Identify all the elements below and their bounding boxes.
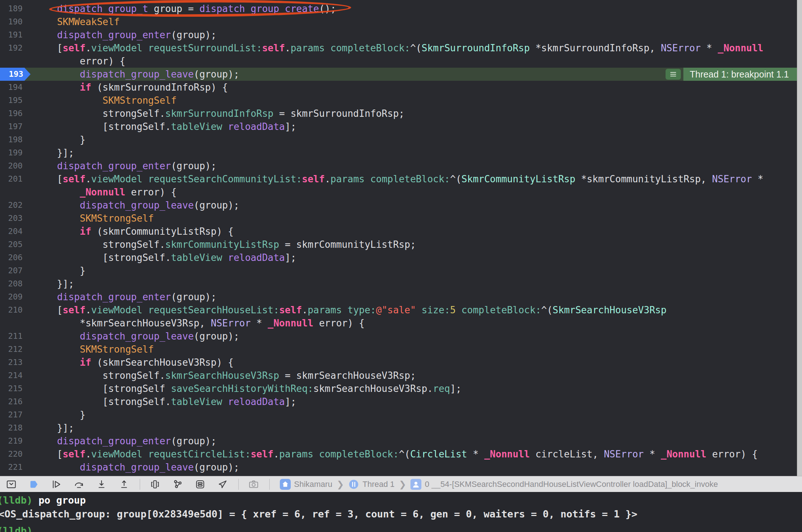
line-number-gutter[interactable] [0,55,34,68]
code-text: SKMStrongSelf [34,94,802,107]
line-number-gutter[interactable]: 208 [0,277,34,290]
breadcrumb-item-app[interactable]: Shikamaru [280,479,332,490]
environment-overrides-button[interactable] [192,477,209,491]
thread-actions-menu-button[interactable] [666,69,681,80]
hide-debug-area-icon [6,479,17,490]
line-number-gutter[interactable]: 203 [0,212,34,225]
line-number-gutter[interactable]: 219 [0,434,34,448]
line-number-gutter[interactable]: 202 [0,199,34,212]
line-number-gutter[interactable]: 191 [0,28,34,41]
line-number-gutter[interactable]: 206 [0,251,34,264]
code-line: 208 }]; [0,277,802,290]
code-text: dispatch_group_leave(group); [34,330,802,343]
code-line: 202 dispatch_group_leave(group); [0,199,802,212]
app-icon [280,479,291,490]
code-line: 215 [strongSelf saveSearchHistoryWithReq… [0,382,802,395]
code-text: [self.viewModel requestCircleList:self.p… [34,448,802,461]
code-line: 216 [strongSelf.tableView reloadData]; [0,395,802,408]
line-number-gutter[interactable]: 201 [0,172,34,186]
continue-icon [51,479,62,490]
code-line: 201 [self.viewModel requestSearchCommuni… [0,172,802,186]
lldb-console[interactable]: (lldb) po group <OS_dispatch_group: grou… [0,492,802,532]
line-number-gutter[interactable] [0,186,34,199]
code-line: 199 }]; [0,146,802,159]
lldb-output: <OS_dispatch_group: group[0x28349e5d0] =… [0,508,638,520]
code-text: dispatch_group_leave(group); [34,461,802,474]
line-number-gutter[interactable]: 209 [0,290,34,303]
line-number-gutter[interactable]: 214 [0,369,34,382]
code-text: dispatch_group_enter(group); [34,290,802,303]
line-number-gutter[interactable]: 197 [0,120,34,133]
editor-scrollbar[interactable] [797,0,802,476]
breakpoints-toggle-button[interactable] [25,477,42,491]
line-number-gutter[interactable] [0,317,34,330]
code-text: [self.viewModel requestSearchCommunityLi… [34,172,802,186]
code-text: strongSelf.skmrCommunityListRsp = skmrCo… [34,238,802,251]
line-number-gutter[interactable]: 194 [0,81,34,94]
simulate-location-button[interactable] [214,477,231,491]
breakpoint-status-badge: Thread 1: breakpoint 1.1 [683,68,797,81]
line-number-gutter[interactable]: 220 [0,448,34,461]
breakpoint-badge-group: Thread 1: breakpoint 1.1 [666,68,797,81]
code-line: 213 if (skmrSearchHouseV3Rsp) { [0,356,802,369]
line-number-gutter[interactable]: 216 [0,395,34,408]
code-line: 205 strongSelf.skmrCommunityListRsp = sk… [0,238,802,251]
code-line: 200 dispatch_group_enter(group); [0,159,802,172]
line-number-gutter[interactable]: 190 [0,15,34,28]
step-over-button[interactable] [71,477,87,491]
lldb-next-prompt[interactable]: (lldb) [0,525,33,532]
line-number-gutter[interactable]: 196 [0,107,34,120]
code-line: 196 strongSelf.skmrSurroundInfoRsp = skm… [0,107,802,120]
debug-toolbar: Shikamaru❯Thread 1❯0 __54-[SKMSearchSeco… [0,476,802,492]
code-text: [strongSelf.tableView reloadData]; [34,120,802,133]
lldb-command-line[interactable]: (lldb) po group [0,494,86,506]
code-text: } [34,133,802,146]
breakpoint-marker[interactable]: 193 [0,68,34,81]
line-number-gutter[interactable]: 221 [0,461,34,474]
line-number-gutter[interactable]: 192 [0,41,34,55]
code-text: [strongSelf.tableView reloadData]; [34,251,802,264]
code-text: _Nonnull error) { [34,186,802,199]
toolbar-divider [140,479,140,490]
line-number-gutter[interactable]: 204 [0,225,34,238]
line-number-gutter[interactable]: 213 [0,356,34,369]
toolbar-divider [238,479,239,490]
xcode-window: 189 dispatch_group_t group = dispatch_gr… [0,0,802,532]
step-out-button[interactable] [116,477,132,491]
code-text: strongSelf.skmrSearchHouseV3Rsp = skmrSe… [34,369,802,382]
line-number-gutter[interactable]: 218 [0,421,34,434]
line-number-gutter[interactable]: 189 [0,2,34,15]
view-hierarchy-button[interactable] [147,477,163,491]
line-number-gutter[interactable]: 211 [0,330,34,343]
line-number-gutter[interactable]: 198 [0,133,34,146]
code-text: strongSelf.skmrSurroundInfoRsp = skmrSur… [34,107,802,120]
memory-graph-button[interactable] [169,477,186,491]
breadcrumb-item-thread[interactable]: Thread 1 [348,479,394,490]
simulate-location-icon [217,479,228,490]
code-line-breakpoint: 193 dispatch_group_leave(group);Thread 1… [0,68,802,81]
stack-frame-icon [410,479,421,490]
line-number-gutter[interactable]: 212 [0,343,34,356]
code-line: 214 strongSelf.skmrSearchHouseV3Rsp = sk… [0,369,802,382]
memory-graph-icon [172,479,183,490]
line-number-gutter[interactable]: 210 [0,303,34,317]
code-line: 206 [strongSelf.tableView reloadData]; [0,251,802,264]
line-number-gutter[interactable]: 217 [0,408,34,421]
line-number-gutter[interactable]: 200 [0,159,34,172]
line-number-gutter[interactable]: 195 [0,94,34,107]
code-text: if (skmrSearchHouseV3Rsp) { [34,356,802,369]
source-editor[interactable]: 189 dispatch_group_t group = dispatch_gr… [0,0,802,476]
code-line: 217 } [0,408,802,421]
line-number-gutter[interactable]: 207 [0,264,34,277]
hide-debug-area-button[interactable] [3,477,20,491]
screenshot-button[interactable] [245,477,262,491]
line-number-gutter[interactable]: 205 [0,238,34,251]
breadcrumb-item-stack-frame[interactable]: 0 __54-[SKMSearchSecondHandHouseListView… [410,479,718,490]
continue-button[interactable] [48,477,65,491]
line-number-gutter[interactable]: 199 [0,146,34,159]
code-line: 189 dispatch_group_t group = dispatch_gr… [0,2,802,15]
code-text: [self.viewModel requestSearchHouseList:s… [34,303,802,317]
step-into-button[interactable] [93,477,110,491]
line-number-gutter[interactable]: 215 [0,382,34,395]
code-line: 212 SKMStrongSelf [0,343,802,356]
